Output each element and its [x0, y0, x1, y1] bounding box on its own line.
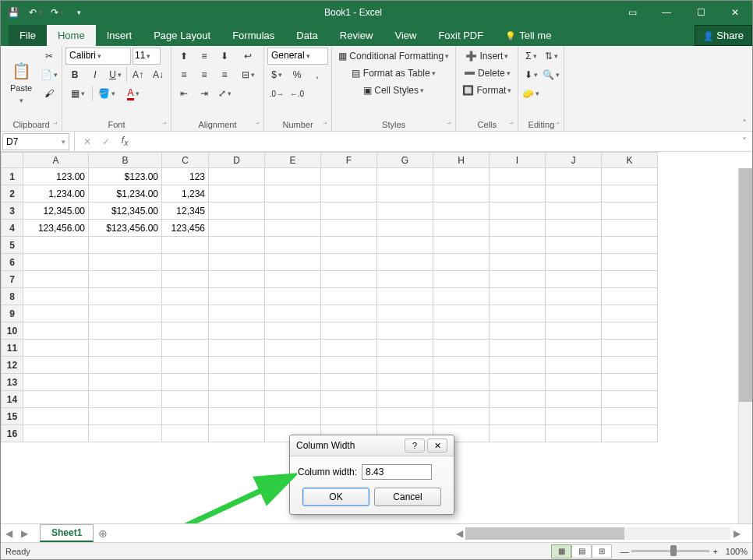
bold-button[interactable]: B: [65, 66, 84, 83]
cell-A16[interactable]: [23, 425, 89, 442]
cell-C13[interactable]: [162, 374, 209, 391]
cell-D4[interactable]: [209, 220, 265, 237]
fill-button[interactable]: ⬇: [521, 66, 540, 83]
delete-cells-button[interactable]: ➖ Delete: [459, 66, 514, 80]
cell-D8[interactable]: [209, 288, 265, 305]
align-center-button[interactable]: ≡: [195, 66, 214, 83]
row-header-15[interactable]: 15: [2, 408, 23, 425]
cell-G4[interactable]: [377, 220, 433, 237]
cell-F14[interactable]: [321, 391, 377, 408]
cell-F13[interactable]: [321, 374, 377, 391]
cell-G10[interactable]: [377, 322, 433, 340]
tab-home[interactable]: Home: [47, 25, 96, 46]
column-width-input[interactable]: [362, 464, 432, 480]
tab-data[interactable]: Data: [285, 25, 328, 46]
page-layout-view-button[interactable]: ▤: [571, 544, 592, 558]
cell-I3[interactable]: [490, 203, 546, 220]
tab-foxit-pdf[interactable]: Foxit PDF: [427, 25, 494, 46]
cell-A5[interactable]: [23, 237, 89, 254]
cell-F9[interactable]: [321, 305, 377, 322]
cell-E2[interactable]: [265, 185, 321, 203]
cell-G11[interactable]: [377, 340, 433, 357]
cell-K5[interactable]: [602, 237, 658, 254]
cell-F2[interactable]: [321, 185, 377, 203]
fill-color-button[interactable]: 🪣: [94, 85, 119, 102]
cell-I9[interactable]: [490, 305, 546, 322]
cell-J5[interactable]: [546, 237, 602, 254]
cell-J9[interactable]: [546, 305, 602, 322]
cell-C14[interactable]: [162, 391, 209, 408]
cell-F15[interactable]: [321, 408, 377, 425]
cell-E1[interactable]: [265, 168, 321, 185]
cell-H9[interactable]: [433, 305, 490, 322]
cell-C16[interactable]: [162, 425, 209, 442]
cell-G15[interactable]: [377, 408, 433, 425]
cell-B13[interactable]: [89, 374, 162, 391]
tab-review[interactable]: Review: [329, 25, 384, 46]
cell-A8[interactable]: [23, 288, 89, 305]
row-header-8[interactable]: 8: [2, 288, 23, 305]
tab-view[interactable]: View: [384, 25, 427, 46]
sort-filter-button[interactable]: ⇅: [542, 48, 560, 65]
cell-D9[interactable]: [209, 305, 265, 322]
cell-K14[interactable]: [602, 391, 658, 408]
font-name-selector[interactable]: Calibri: [65, 48, 131, 65]
normal-view-button[interactable]: ▦: [551, 544, 571, 558]
cell-B2[interactable]: $1,234.00: [89, 185, 162, 203]
row-header-14[interactable]: 14: [2, 391, 23, 408]
enter-formula-icon[interactable]: ✓: [97, 133, 115, 150]
cell-J6[interactable]: [546, 254, 602, 271]
decrease-indent-button[interactable]: ⇤: [175, 85, 193, 102]
cell-B1[interactable]: $123.00: [89, 168, 162, 185]
tab-file[interactable]: File: [9, 25, 47, 46]
cell-H8[interactable]: [433, 288, 490, 305]
cell-H13[interactable]: [433, 374, 490, 391]
cell-D13[interactable]: [209, 374, 265, 391]
col-header-K[interactable]: K: [602, 153, 658, 168]
cell-K16[interactable]: [602, 425, 658, 442]
cell-I2[interactable]: [490, 185, 546, 203]
col-header-G[interactable]: G: [377, 153, 433, 168]
page-break-view-button[interactable]: ⊞: [592, 544, 612, 558]
cell-B16[interactable]: [89, 425, 162, 442]
cell-H3[interactable]: [433, 203, 490, 220]
cell-H10[interactable]: [433, 322, 490, 340]
accounting-format-button[interactable]: $: [267, 66, 286, 83]
cell-A2[interactable]: 1,234.00: [23, 185, 89, 203]
name-box[interactable]: D7▾: [2, 133, 69, 150]
cell-E13[interactable]: [265, 374, 321, 391]
cell-A14[interactable]: [23, 391, 89, 408]
cell-C2[interactable]: 1,234: [162, 185, 209, 203]
cell-K2[interactable]: [602, 185, 658, 203]
cell-C8[interactable]: [162, 288, 209, 305]
cell-E6[interactable]: [265, 254, 321, 271]
zoom-percent[interactable]: 100%: [726, 547, 748, 556]
format-painter-button[interactable]: 🖌: [40, 85, 58, 102]
cell-H2[interactable]: [433, 185, 490, 203]
cell-G14[interactable]: [377, 391, 433, 408]
cell-K10[interactable]: [602, 322, 658, 340]
cell-D6[interactable]: [209, 254, 265, 271]
format-cells-button[interactable]: 🔲 Format: [459, 83, 514, 97]
underline-button[interactable]: U: [106, 66, 125, 83]
cell-J1[interactable]: [546, 168, 602, 185]
cell-K9[interactable]: [602, 305, 658, 322]
row-header-6[interactable]: 6: [2, 254, 23, 271]
zoom-in-button[interactable]: +: [712, 547, 717, 556]
cell-A13[interactable]: [23, 374, 89, 391]
expand-formula-bar-icon[interactable]: ˅: [737, 133, 752, 150]
select-all-corner[interactable]: [2, 153, 23, 168]
tab-tell-me[interactable]: Tell me: [494, 25, 562, 46]
cell-H7[interactable]: [433, 271, 490, 288]
cell-J8[interactable]: [546, 288, 602, 305]
cell-I15[interactable]: [490, 408, 546, 425]
cell-E3[interactable]: [265, 203, 321, 220]
cell-H11[interactable]: [433, 340, 490, 357]
cell-A3[interactable]: 12,345.00: [23, 203, 89, 220]
cell-J4[interactable]: [546, 220, 602, 237]
worksheet-grid[interactable]: ABCDEFGHIJK1123.00$123.0012321,234.00$1,…: [1, 152, 752, 523]
cell-C10[interactable]: [162, 322, 209, 340]
number-format-selector[interactable]: General: [267, 48, 328, 65]
cell-B6[interactable]: [89, 254, 162, 271]
cell-F8[interactable]: [321, 288, 377, 305]
